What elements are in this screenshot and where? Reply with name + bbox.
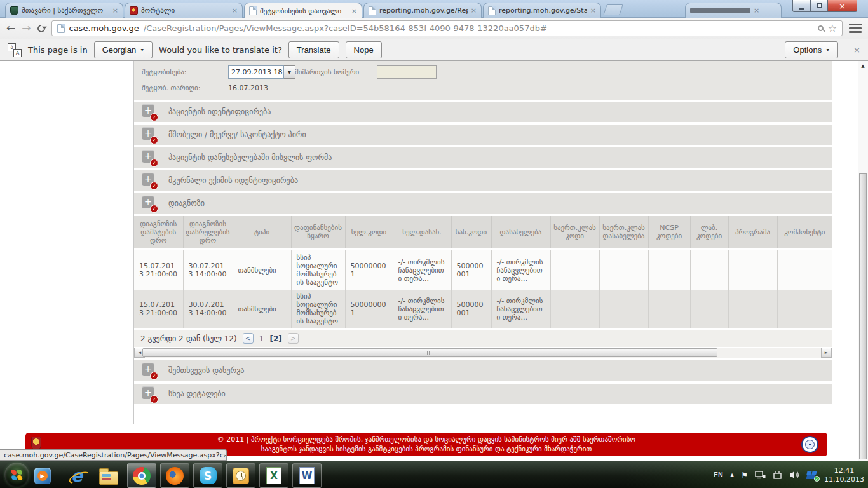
taskbar-firefox[interactable] [160, 463, 189, 488]
tab-close-icon[interactable]: × [590, 7, 596, 14]
dropdown-arrow-icon[interactable]: ▼ [284, 65, 295, 79]
prev-page-button[interactable]: < [243, 333, 254, 344]
browser-toolbar: ← → case.moh.gov.ge /CaseRegistration/Pa… [0, 18, 868, 39]
section-diagnosis[interactable]: + ✓ დიაგნოზი [134, 193, 832, 214]
scroll-right-icon[interactable]: ► [821, 348, 832, 358]
table-row[interactable]: 15.07.2013 21:00:00 30.07.2013 14:00:00 … [134, 249, 832, 290]
section-patient-identification[interactable]: + ✓ პაციენტის იდენტიფიცირება [134, 102, 832, 122]
scroll-up-icon[interactable]: ▲ [858, 61, 868, 71]
taskbar-media-player[interactable]: ▶ [32, 463, 53, 488]
expand-plus-icon[interactable]: + ✓ [142, 104, 157, 119]
close-button[interactable]: × [828, 0, 857, 12]
section-other-details[interactable]: + ✓ სხვა დეტალები [134, 384, 832, 404]
tab-close-icon[interactable]: × [471, 7, 477, 14]
checkmark-badge-icon: ✓ [150, 159, 158, 167]
section-doctor-identification[interactable]: + ✓ მკურნალი ექიმის იდენტიფიცირება [134, 170, 832, 191]
infobar-message-suffix: Would you like to translate it? [159, 45, 282, 55]
tab-reporting-rep[interactable]: reporting.moh.gov.ge/Rep × [363, 3, 482, 18]
footer-line-2: სააგენტოს ჯანდაცვის სისტემის განმტკიცები… [261, 445, 592, 454]
options-dropdown[interactable]: Options ▼ [785, 41, 838, 58]
cell [777, 290, 832, 328]
reload-button[interactable] [36, 23, 46, 34]
url-bar[interactable]: case.moh.gov.ge /CaseRegistration/Pages/… [51, 20, 843, 36]
current-page-label: [2] [269, 334, 281, 343]
forward-button[interactable]: → [22, 23, 31, 34]
checkmark-badge-icon: ✓ [150, 113, 158, 121]
cell [648, 290, 690, 328]
tab-portal[interactable]: პორტალი × [125, 3, 243, 18]
tab-close-icon[interactable]: × [351, 8, 357, 15]
url-domain: case.moh.gov.ge [69, 24, 139, 33]
taskbar-chrome[interactable] [127, 463, 156, 488]
table-row[interactable]: 15.07.2013 21:00:00 30.07.2013 14:00:00 … [134, 290, 832, 328]
action-center-flag-icon[interactable]: ⚑ [741, 471, 748, 480]
minimize-icon [799, 8, 804, 10]
horizontal-scroll-thumb[interactable] [142, 348, 717, 357]
tab-close-icon[interactable]: × [232, 7, 238, 14]
column-header: NCSP კოდები [648, 216, 690, 249]
taskbar-skype[interactable]: S [193, 463, 222, 488]
chrome-menu-button[interactable] [849, 24, 862, 33]
cell [777, 249, 832, 290]
tab-home[interactable]: მთავარი | საქართველო × [5, 3, 123, 18]
section-arrival-form[interactable]: + ✓ პაციენტის დაწესებულებაში მისვლის ფორ… [134, 147, 832, 168]
new-tab-button[interactable] [603, 4, 623, 15]
checkmark-badge-icon: ✓ [150, 205, 158, 213]
outlook-icon [233, 468, 249, 484]
word-icon: W [299, 467, 315, 484]
horizontal-scrollbar[interactable]: ◄ ► [134, 347, 832, 358]
taskbar-excel[interactable]: X [259, 463, 288, 488]
expand-plus-icon[interactable]: + ✓ [142, 363, 157, 378]
message-label: შეტყობინება: [142, 68, 187, 76]
language-indicator[interactable]: EN [714, 471, 723, 479]
start-button[interactable] [4, 463, 29, 487]
language-dropdown[interactable]: Georgian ▼ [94, 41, 153, 58]
removable-device-icon[interactable] [773, 470, 782, 480]
volume-icon[interactable] [789, 470, 800, 480]
browser-titlebar: მთავარი | საქართველო × პორტალი × შეტყობი… [0, 0, 868, 18]
cell [690, 290, 728, 328]
expand-plus-icon[interactable]: + ✓ [142, 173, 157, 188]
page-1-link[interactable]: 1 [259, 334, 264, 343]
message-date-dropdown[interactable]: 27.09.2013 18:14 ▼ [228, 65, 295, 79]
dropbox-icon[interactable]: ✓ [807, 471, 817, 480]
taskbar-internet-explorer[interactable]: e [66, 463, 88, 488]
cell [599, 290, 648, 328]
taskbar-file-explorer[interactable] [97, 463, 121, 488]
section-parent-guardian[interactable]: + ✓ მშობელი / მეურვე/ საკონტაქტო პირი [134, 125, 832, 145]
taskbar-outlook[interactable] [226, 463, 255, 488]
cell [648, 249, 690, 290]
back-button[interactable]: ← [6, 23, 15, 34]
minimize-button[interactable] [792, 0, 811, 12]
tab-close-icon[interactable]: × [112, 7, 118, 14]
taskbar-clock[interactable]: 12:41 11.10.2013 [824, 466, 864, 484]
referral-number-input[interactable] [377, 65, 437, 79]
tab-view-message-active[interactable]: შეტყობინების დათვალი × [244, 3, 362, 18]
network-icon[interactable] [755, 470, 766, 480]
expand-plus-icon[interactable]: + ✓ [142, 127, 157, 142]
vertical-scroll-thumb[interactable] [859, 173, 867, 459]
hidden-icons-expander-icon[interactable]: ▲ [730, 472, 734, 478]
taskbar-word[interactable]: W [292, 463, 322, 488]
expand-plus-icon[interactable]: + ✓ [142, 150, 157, 165]
tray-date: 11.10.2013 [824, 475, 864, 484]
maximize-button[interactable] [811, 0, 828, 12]
cell [728, 249, 777, 290]
infobar-close-icon[interactable]: × [853, 45, 860, 55]
expand-plus-icon[interactable]: + ✓ [142, 196, 157, 211]
tab-close-icon[interactable]: × [754, 7, 759, 14]
nope-button[interactable]: Nope [346, 41, 382, 58]
next-page-button[interactable]: > [288, 333, 299, 344]
shield-favicon-icon [10, 6, 18, 15]
tab-reporting-sta[interactable]: reporting.moh.gov.ge/Sta × [483, 3, 601, 18]
redacted-title-bar [690, 8, 750, 13]
search-icon[interactable] [818, 25, 824, 31]
section-case-closure[interactable]: + ✓ შემთხვევის დახურვა [134, 360, 832, 381]
bookmark-star-icon[interactable]: ☆ [828, 24, 837, 34]
expand-plus-icon[interactable]: + ✓ [142, 386, 157, 402]
tab-redacted[interactable]: × [685, 3, 782, 18]
cell: თანმხლები [233, 249, 291, 290]
translate-button[interactable]: Translate [288, 41, 339, 58]
excel-icon: X [266, 467, 281, 484]
vertical-scrollbar[interactable]: ▲ [858, 61, 868, 461]
